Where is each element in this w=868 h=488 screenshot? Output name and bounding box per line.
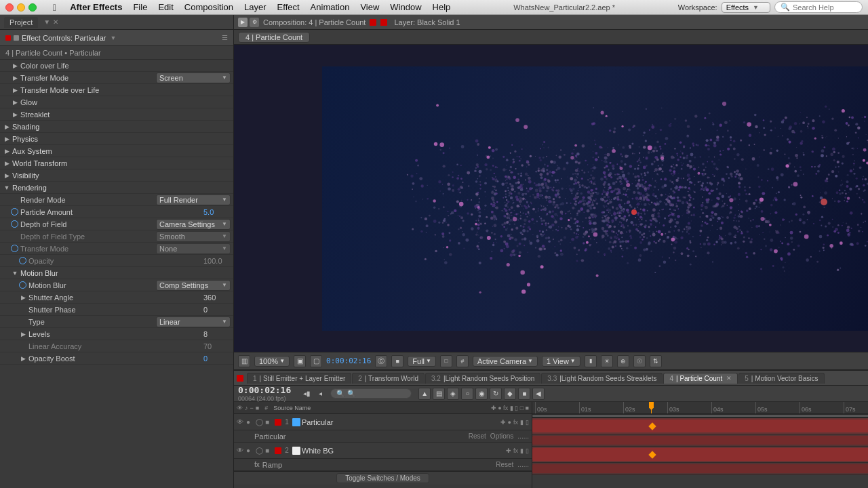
viewer-btn-1[interactable]: ▮: [585, 355, 597, 367]
camera-view-control[interactable]: Active Camera ▼: [473, 356, 538, 367]
value-linear-accuracy[interactable]: 70: [203, 342, 231, 350]
tab-particle-count[interactable]: 4 | Particle Count ✕: [663, 373, 738, 384]
prev-frame-btn[interactable]: ◂: [314, 388, 326, 400]
stopwatch-icon-opacity[interactable]: [19, 257, 26, 264]
tl-btn-6[interactable]: ↻: [490, 388, 502, 400]
menu-window[interactable]: Window: [390, 2, 421, 12]
dropdown-motion-blur[interactable]: Comp Settings ▼: [156, 280, 231, 291]
tl-btn-2[interactable]: ▤: [433, 388, 445, 400]
viewer-btn-2[interactable]: ☀: [601, 355, 613, 367]
layer1-lock[interactable]: ◯: [256, 418, 264, 426]
arrow-transfer-mode-1[interactable]: [11, 74, 19, 82]
menu-file[interactable]: File: [133, 2, 147, 12]
tab-transform-world[interactable]: 2 | Transform World: [352, 373, 425, 384]
layer2-sub-ramp[interactable]: Ramp: [262, 461, 282, 469]
close-button[interactable]: [5, 3, 14, 12]
value-opacity[interactable]: 100.0: [203, 257, 231, 265]
stopwatch-icon-motion-blur[interactable]: [19, 281, 26, 289]
arrow-visibility[interactable]: [3, 171, 11, 180]
arrow-glow[interactable]: [11, 98, 19, 106]
viewer-btn-5[interactable]: ⇅: [650, 355, 662, 367]
stopwatch-icon-dof[interactable]: [11, 220, 18, 228]
arrow-motion-blur-section[interactable]: [11, 269, 19, 277]
tl-btn-1[interactable]: ▲: [418, 388, 431, 400]
layer1-btn-m[interactable]: ▮: [520, 419, 524, 426]
layer1-sub-name[interactable]: Particular: [254, 432, 285, 441]
show-snapshot-icon[interactable]: ▢: [310, 355, 322, 367]
minimize-button[interactable]: [17, 3, 25, 12]
comp-stop-btn[interactable]: [380, 19, 387, 26]
tab-still-emitter[interactable]: 1 | Still Emitter + Layer Emitter: [247, 373, 351, 384]
project-tab[interactable]: Project: [4, 17, 38, 28]
layer1-btn-fx[interactable]: fx: [513, 419, 518, 426]
value-levels[interactable]: 8: [203, 330, 231, 338]
timeline-search[interactable]: 🔍 🔍: [330, 388, 412, 399]
arrow-streaklet[interactable]: [11, 110, 19, 119]
value-particle-amount[interactable]: 5.0: [203, 208, 231, 216]
prev-keyframe-btn[interactable]: ◂▮: [300, 388, 313, 400]
camera-icon[interactable]: ⓒ: [375, 355, 387, 367]
tl-btn-5[interactable]: ◉: [475, 388, 488, 400]
arrow-world-transform[interactable]: [3, 159, 11, 167]
menu-layer[interactable]: Layer: [244, 2, 267, 12]
viewer-btn-4[interactable]: ☉: [633, 355, 646, 367]
dropdown-type[interactable]: Linear ▼: [156, 317, 231, 327]
layer2-eye[interactable]: 👁: [237, 447, 245, 454]
search-input[interactable]: [793, 3, 861, 12]
layer1-sub-reset[interactable]: Reset: [469, 432, 486, 440]
layer2-lock[interactable]: ◯: [256, 447, 264, 454]
tl-btn-9[interactable]: ◀: [532, 388, 545, 400]
arrow-opacity-boost[interactable]: [19, 354, 27, 363]
mode-toggle-btn[interactable]: Toggle Switches / Modes: [336, 473, 429, 483]
snapshot-icon[interactable]: ▣: [294, 355, 306, 367]
layer2-btn-add[interactable]: ✚: [506, 447, 511, 454]
tl-btn-7[interactable]: ◆: [504, 388, 516, 400]
stopwatch-icon-particle-amount[interactable]: [11, 208, 18, 216]
dropdown-depth-of-field[interactable]: Camera Settings ▼: [156, 219, 231, 230]
tab-close-particle[interactable]: ✕: [726, 375, 732, 382]
menu-animation[interactable]: Animation: [311, 2, 350, 12]
value-opacity-boost[interactable]: 0: [203, 354, 231, 363]
menu-edit[interactable]: Edit: [158, 2, 173, 12]
tab-light-random-position[interactable]: 3.2 |Light Random Seeds Position: [425, 373, 540, 384]
layer1-solo[interactable]: ●: [246, 418, 254, 426]
layer1-sub-options[interactable]: Options: [490, 432, 513, 440]
layer1-name[interactable]: Particular: [302, 418, 499, 426]
tab-light-random-streaklets[interactable]: 3.3 |Light Random Seeds Streaklets: [541, 373, 663, 384]
layer1-shy[interactable]: ■: [265, 418, 273, 426]
maximize-button[interactable]: [28, 3, 37, 12]
arrow-shutter-angle[interactable]: [19, 293, 27, 302]
layer2-shy[interactable]: ■: [265, 447, 273, 454]
layer1-btn-add[interactable]: ✚: [500, 419, 506, 426]
arrow-aux-system[interactable]: [3, 147, 11, 155]
timeline-current-time[interactable]: 0:00:02:16: [238, 385, 291, 395]
workspace-dropdown[interactable]: Effects ▼: [722, 2, 770, 13]
arrow-transfer-mode-over-life[interactable]: [11, 86, 19, 94]
viewer-btn-3[interactable]: ⊕: [617, 355, 629, 367]
menu-help[interactable]: Help: [433, 2, 451, 12]
layer2-sub-reset[interactable]: Reset: [496, 461, 513, 468]
menu-view[interactable]: View: [360, 2, 379, 12]
layer1-btn-dot[interactable]: ●: [508, 419, 511, 426]
transparency-icon[interactable]: □: [440, 355, 452, 367]
views-control[interactable]: 1 View ▼: [542, 356, 580, 367]
arrow-rendering[interactable]: [3, 184, 11, 192]
tab-motion-vector[interactable]: 5 | Motion Vector Basics: [738, 373, 824, 384]
value-shutter-angle[interactable]: 360: [203, 293, 231, 302]
arrow-physics[interactable]: [3, 135, 11, 143]
arrow-shading[interactable]: [3, 123, 11, 131]
apple-icon[interactable]: : [53, 2, 56, 13]
viewer-icon-region[interactable]: ▥: [238, 355, 250, 367]
panel-menu-icon[interactable]: ☰: [222, 34, 228, 41]
color-icon[interactable]: ■: [391, 355, 403, 367]
dropdown-render-mode[interactable]: Full Render ▼: [156, 195, 231, 205]
viewer-tab[interactable]: 4 | Particle Count: [238, 32, 310, 43]
layer1-btn-t[interactable]: ▯: [526, 419, 529, 426]
layer2-btn-fx[interactable]: fx: [513, 447, 518, 454]
zoom-control[interactable]: 100% ▼: [254, 356, 290, 367]
tl-btn-4[interactable]: ○: [461, 388, 473, 400]
layer2-name[interactable]: White BG: [302, 447, 505, 455]
quality-control[interactable]: Full ▼: [408, 356, 436, 367]
dropdown-transfer-mode-1[interactable]: Screen ▼: [156, 73, 231, 83]
layer2-btn-m[interactable]: ▮: [520, 447, 524, 454]
